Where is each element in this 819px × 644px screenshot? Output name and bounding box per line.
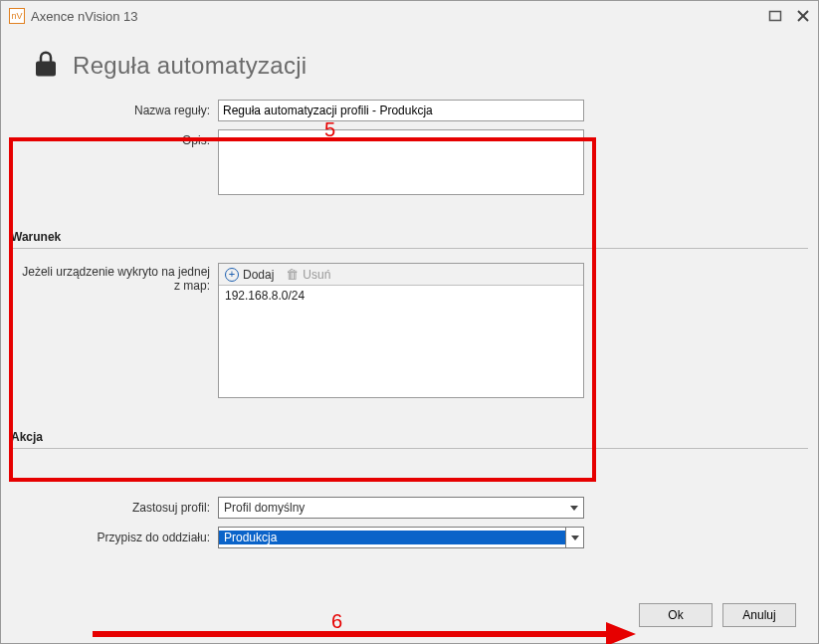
add-map-label: Dodaj bbox=[243, 268, 274, 282]
add-map-button[interactable]: + Dodaj bbox=[225, 268, 274, 282]
close-button[interactable] bbox=[796, 9, 810, 23]
rule-name-label: Nazwa reguły: bbox=[21, 100, 218, 117]
titlebar: nV Axence nVision 13 bbox=[1, 1, 818, 31]
button-bar: Ok Anuluj bbox=[9, 593, 810, 637]
maps-toolbar: + Dodaj 🗑 Usuń bbox=[219, 264, 583, 286]
condition-label: Jeżeli urządzenie wykryto na jednej z ma… bbox=[21, 263, 218, 293]
assign-department-select[interactable]: Produkcja bbox=[218, 527, 584, 548]
ok-button[interactable]: Ok bbox=[639, 603, 713, 627]
action-form: Zastosuj profil: Profil domyślny Przypis… bbox=[9, 493, 810, 556]
apply-profile-select[interactable]: Profil domyślny bbox=[218, 497, 584, 519]
maps-panel: + Dodaj 🗑 Usuń 192.168.8.0/24 bbox=[218, 263, 584, 398]
app-icon: nV bbox=[9, 8, 25, 24]
chevron-down-icon bbox=[565, 528, 583, 547]
cancel-button[interactable]: Anuluj bbox=[722, 603, 796, 627]
action-section-header: Akcja bbox=[11, 428, 808, 449]
description-label: Opis: bbox=[21, 129, 218, 147]
lock-icon bbox=[31, 49, 61, 82]
window-title: Axence nVision 13 bbox=[31, 9, 768, 24]
plus-icon: + bbox=[225, 268, 239, 282]
apply-profile-label: Zastosuj profil: bbox=[21, 497, 218, 515]
list-item[interactable]: 192.168.8.0/24 bbox=[225, 289, 577, 303]
condition-section-header: Warunek bbox=[11, 228, 808, 249]
condition-form: Jeżeli urządzenie wykryto na jednej z ma… bbox=[9, 259, 810, 406]
content-area: Reguła automatyzacji 5 Nazwa reguły: Opi… bbox=[1, 31, 818, 643]
description-textarea[interactable] bbox=[218, 129, 584, 195]
assign-department-label: Przypisz do oddziału: bbox=[21, 527, 218, 544]
form-top: Nazwa reguły: Opis: bbox=[9, 96, 810, 206]
remove-map-label: Usuń bbox=[303, 268, 330, 282]
apply-profile-value: Profil domyślny bbox=[219, 501, 565, 515]
window-controls bbox=[768, 9, 810, 23]
trash-icon: 🗑 bbox=[286, 267, 299, 282]
app-window: nV Axence nVision 13 Reguła automatyzacj… bbox=[0, 0, 819, 644]
chevron-down-icon bbox=[565, 498, 583, 518]
maximize-button[interactable] bbox=[768, 9, 782, 23]
page-header: Reguła automatyzacji bbox=[31, 49, 810, 82]
svg-rect-0 bbox=[770, 12, 781, 21]
remove-map-button[interactable]: 🗑 Usuń bbox=[286, 267, 330, 282]
page-title: Reguła automatyzacji bbox=[73, 52, 307, 80]
assign-department-value: Produkcja bbox=[219, 531, 565, 544]
rule-name-input[interactable] bbox=[218, 100, 584, 121]
maps-list[interactable]: 192.168.8.0/24 bbox=[219, 286, 583, 397]
